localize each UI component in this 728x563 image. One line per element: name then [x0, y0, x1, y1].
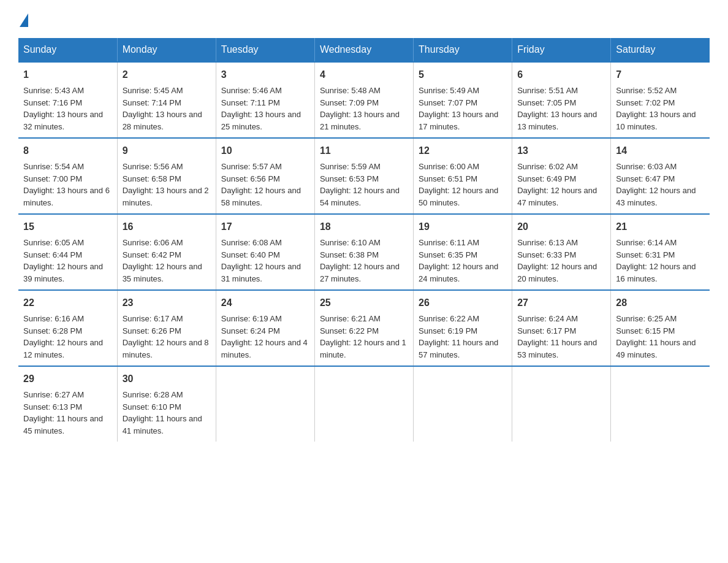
cell-info: Sunrise: 6:21 AMSunset: 6:22 PMDaylight:…	[320, 313, 408, 361]
calendar-cell: 12Sunrise: 6:00 AMSunset: 6:51 PMDayligh…	[414, 138, 512, 214]
day-number: 25	[320, 296, 408, 310]
calendar-cell: 11Sunrise: 5:59 AMSunset: 6:53 PMDayligh…	[314, 138, 413, 214]
day-number: 18	[320, 220, 408, 234]
cell-info: Sunrise: 6:17 AMSunset: 6:26 PMDaylight:…	[123, 313, 211, 361]
day-number: 21	[616, 220, 705, 234]
calendar-cell: 5Sunrise: 5:49 AMSunset: 7:07 PMDaylight…	[414, 62, 512, 138]
week-row-4: 22Sunrise: 6:16 AMSunset: 6:28 PMDayligh…	[18, 290, 710, 366]
cell-info: Sunrise: 5:59 AMSunset: 6:53 PMDaylight:…	[320, 161, 408, 209]
header-thursday: Thursday	[414, 38, 512, 62]
day-number: 1	[23, 67, 112, 82]
calendar-cell: 13Sunrise: 6:02 AMSunset: 6:49 PMDayligh…	[512, 138, 611, 214]
calendar-cell: 2Sunrise: 5:45 AMSunset: 7:14 PMDaylight…	[117, 62, 216, 138]
calendar-cell: 19Sunrise: 6:11 AMSunset: 6:35 PMDayligh…	[414, 214, 512, 290]
cell-info: Sunrise: 6:28 AMSunset: 6:10 PMDaylight:…	[123, 389, 211, 437]
cell-info: Sunrise: 5:45 AMSunset: 7:14 PMDaylight:…	[123, 85, 211, 132]
calendar-cell: 8Sunrise: 5:54 AMSunset: 7:00 PMDaylight…	[18, 138, 117, 214]
header-saturday: Saturday	[611, 38, 710, 62]
calendar-body: 1Sunrise: 5:43 AMSunset: 7:16 PMDaylight…	[18, 62, 710, 442]
day-number: 29	[23, 372, 112, 386]
day-number: 4	[320, 67, 408, 82]
cell-info: Sunrise: 6:00 AMSunset: 6:51 PMDaylight:…	[419, 161, 507, 209]
day-number: 8	[23, 144, 112, 158]
day-number: 28	[616, 296, 705, 310]
calendar-cell: 26Sunrise: 6:22 AMSunset: 6:19 PMDayligh…	[414, 290, 512, 366]
calendar-header: SundayMondayTuesdayWednesdayThursdayFrid…	[18, 38, 710, 62]
header-sunday: Sunday	[18, 38, 117, 62]
calendar-cell: 4Sunrise: 5:48 AMSunset: 7:09 PMDaylight…	[314, 62, 413, 138]
cell-info: Sunrise: 6:11 AMSunset: 6:35 PMDaylight:…	[419, 237, 507, 285]
calendar-cell: 28Sunrise: 6:25 AMSunset: 6:15 PMDayligh…	[611, 290, 710, 366]
day-number: 6	[517, 67, 605, 82]
cell-info: Sunrise: 5:57 AMSunset: 6:56 PMDaylight:…	[221, 161, 309, 209]
calendar-cell: 3Sunrise: 5:46 AMSunset: 7:11 PMDaylight…	[216, 62, 314, 138]
calendar-cell	[314, 366, 413, 442]
calendar-cell: 10Sunrise: 5:57 AMSunset: 6:56 PMDayligh…	[216, 138, 314, 214]
logo	[18, 12, 29, 26]
calendar-cell: 27Sunrise: 6:24 AMSunset: 6:17 PMDayligh…	[512, 290, 611, 366]
day-number: 17	[221, 220, 309, 234]
calendar-table: SundayMondayTuesdayWednesdayThursdayFrid…	[18, 38, 710, 442]
day-number: 9	[123, 144, 211, 158]
calendar-cell: 20Sunrise: 6:13 AMSunset: 6:33 PMDayligh…	[512, 214, 611, 290]
cell-info: Sunrise: 5:54 AMSunset: 7:00 PMDaylight:…	[23, 161, 112, 209]
calendar-cell: 16Sunrise: 6:06 AMSunset: 6:42 PMDayligh…	[117, 214, 216, 290]
day-number: 11	[320, 144, 408, 158]
day-number: 23	[123, 296, 211, 310]
day-number: 27	[517, 296, 605, 310]
calendar-cell: 24Sunrise: 6:19 AMSunset: 6:24 PMDayligh…	[216, 290, 314, 366]
cell-info: Sunrise: 5:46 AMSunset: 7:11 PMDaylight:…	[221, 85, 309, 132]
day-number: 22	[23, 296, 112, 310]
day-number: 3	[221, 67, 309, 82]
day-number: 7	[616, 67, 705, 82]
calendar-cell: 25Sunrise: 6:21 AMSunset: 6:22 PMDayligh…	[314, 290, 413, 366]
calendar-cell: 29Sunrise: 6:27 AMSunset: 6:13 PMDayligh…	[18, 366, 117, 442]
day-number: 16	[123, 220, 211, 234]
calendar-cell: 18Sunrise: 6:10 AMSunset: 6:38 PMDayligh…	[314, 214, 413, 290]
calendar-cell	[611, 366, 710, 442]
cell-info: Sunrise: 6:14 AMSunset: 6:31 PMDaylight:…	[616, 237, 705, 285]
day-number: 10	[221, 144, 309, 158]
cell-info: Sunrise: 6:06 AMSunset: 6:42 PMDaylight:…	[123, 237, 211, 285]
calendar-cell: 17Sunrise: 6:08 AMSunset: 6:40 PMDayligh…	[216, 214, 314, 290]
calendar-cell	[414, 366, 512, 442]
day-number: 15	[23, 220, 112, 234]
header-wednesday: Wednesday	[314, 38, 413, 62]
header-tuesday: Tuesday	[216, 38, 314, 62]
day-number: 2	[123, 67, 211, 82]
week-row-3: 15Sunrise: 6:05 AMSunset: 6:44 PMDayligh…	[18, 214, 710, 290]
calendar-cell	[512, 366, 611, 442]
cell-info: Sunrise: 6:13 AMSunset: 6:33 PMDaylight:…	[517, 237, 605, 285]
calendar-cell: 14Sunrise: 6:03 AMSunset: 6:47 PMDayligh…	[611, 138, 710, 214]
header-friday: Friday	[512, 38, 611, 62]
cell-info: Sunrise: 6:19 AMSunset: 6:24 PMDaylight:…	[221, 313, 309, 361]
cell-info: Sunrise: 5:51 AMSunset: 7:05 PMDaylight:…	[517, 85, 605, 132]
cell-info: Sunrise: 6:03 AMSunset: 6:47 PMDaylight:…	[616, 161, 705, 209]
cell-info: Sunrise: 5:52 AMSunset: 7:02 PMDaylight:…	[616, 85, 705, 132]
day-number: 20	[517, 220, 605, 234]
page-header	[18, 12, 710, 26]
day-number: 30	[123, 372, 211, 386]
calendar-cell: 30Sunrise: 6:28 AMSunset: 6:10 PMDayligh…	[117, 366, 216, 442]
calendar-cell: 15Sunrise: 6:05 AMSunset: 6:44 PMDayligh…	[18, 214, 117, 290]
cell-info: Sunrise: 6:08 AMSunset: 6:40 PMDaylight:…	[221, 237, 309, 285]
cell-info: Sunrise: 6:02 AMSunset: 6:49 PMDaylight:…	[517, 161, 605, 209]
cell-info: Sunrise: 6:24 AMSunset: 6:17 PMDaylight:…	[517, 313, 605, 361]
day-number: 26	[419, 296, 507, 310]
calendar-cell: 7Sunrise: 5:52 AMSunset: 7:02 PMDaylight…	[611, 62, 710, 138]
header-monday: Monday	[117, 38, 216, 62]
day-number: 14	[616, 144, 705, 158]
calendar-cell: 6Sunrise: 5:51 AMSunset: 7:05 PMDaylight…	[512, 62, 611, 138]
cell-info: Sunrise: 6:22 AMSunset: 6:19 PMDaylight:…	[419, 313, 507, 361]
day-number: 24	[221, 296, 309, 310]
calendar-cell: 21Sunrise: 6:14 AMSunset: 6:31 PMDayligh…	[611, 214, 710, 290]
cell-info: Sunrise: 5:43 AMSunset: 7:16 PMDaylight:…	[23, 85, 112, 132]
cell-info: Sunrise: 6:05 AMSunset: 6:44 PMDaylight:…	[23, 237, 112, 285]
cell-info: Sunrise: 6:27 AMSunset: 6:13 PMDaylight:…	[23, 389, 112, 437]
calendar-cell	[216, 366, 314, 442]
week-row-2: 8Sunrise: 5:54 AMSunset: 7:00 PMDaylight…	[18, 138, 710, 214]
day-number: 12	[419, 144, 507, 158]
cell-info: Sunrise: 6:16 AMSunset: 6:28 PMDaylight:…	[23, 313, 112, 361]
calendar-cell: 1Sunrise: 5:43 AMSunset: 7:16 PMDaylight…	[18, 62, 117, 138]
cell-info: Sunrise: 5:48 AMSunset: 7:09 PMDaylight:…	[320, 85, 408, 132]
